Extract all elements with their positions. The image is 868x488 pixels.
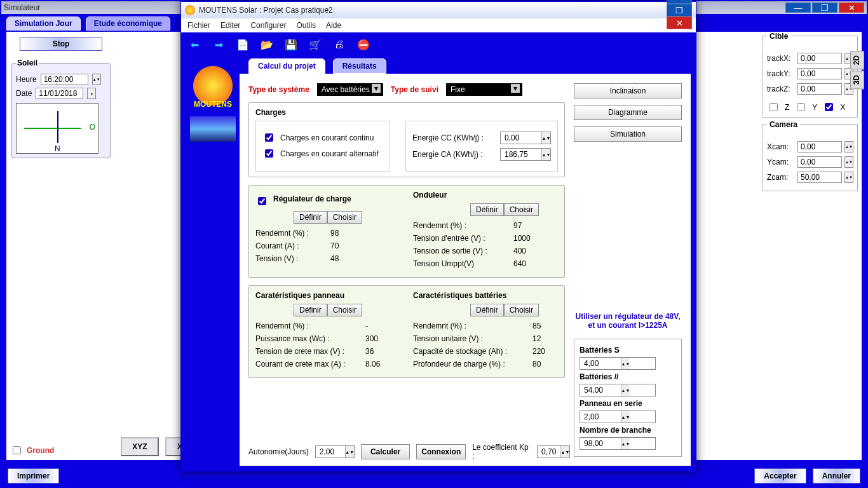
tab-3d[interactable]: 3D [850,71,864,89]
tab-etude-economique[interactable]: Etude économique [86,17,170,30]
batteries-choisir-button[interactable]: Choisir [504,304,539,316]
bat-vu-value: 12 [532,334,541,343]
simulation-button[interactable]: Simulation [574,126,682,142]
forward-icon[interactable]: ➡ [212,37,226,51]
bat-vu-label: Tension unitaire (V) : [413,334,527,343]
energie-cc-input[interactable] [501,132,541,144]
charges-cc-checkbox[interactable] [265,133,273,142]
tracky-input[interactable] [797,68,842,79]
onduleur-choisir-button[interactable]: Choisir [504,203,539,216]
ground-label: Ground [27,446,54,455]
moutens-maximize-button[interactable]: ❐ [667,4,692,17]
xyz-button[interactable]: XYZ [121,437,159,456]
diagramme-button[interactable]: Diagramme [574,105,682,120]
open-icon[interactable]: 📂 [260,37,274,51]
typesuivi-select[interactable]: Fixe [446,83,522,96]
ycam-input[interactable] [797,156,842,168]
menu-fichier[interactable]: Fichier [187,21,210,30]
tab-resultats[interactable]: Résultats [333,58,386,74]
energie-ca-label: Energie CA (KWh/j) : [412,150,495,159]
cfg-bs-input[interactable] [580,358,621,369]
cfg-bp-spinner[interactable]: ▲▼ [621,384,630,396]
cfg-ps-spinner[interactable]: ▲▼ [621,411,630,423]
thumbnail-preview[interactable] [190,116,236,142]
annuler-button[interactable]: Annuler [813,468,860,484]
accepter-button[interactable]: Accepter [754,468,806,484]
panneau-definir-button[interactable]: Définir [294,304,327,316]
zcam-spinner[interactable]: ▲▼ [844,172,853,183]
cfg-ps-input[interactable] [580,411,621,423]
menu-configurer[interactable]: Configurer [250,21,286,30]
zcam-input[interactable] [797,172,842,183]
date-dropdown[interactable]: ▾ [87,88,96,99]
axis-x-label: X [840,103,845,112]
typesuivi-label: Type de suivi [391,85,438,94]
cfg-bp-input[interactable] [580,384,621,396]
cfg-nb-input[interactable] [580,438,621,449]
panneau-choisir-button[interactable]: Choisir [327,304,362,316]
heure-spinner[interactable]: ▲▼ [92,74,101,85]
regulator-hint: Utiliser un régulateur de 48V, et un cou… [574,312,682,330]
calculer-button[interactable]: Calculer [361,444,410,459]
moutens-titlebar: MOUTENS Solar : Projet Cas pratique2 — ❐… [181,2,696,18]
connexion-button[interactable]: Connexion [416,444,466,459]
new-icon[interactable]: 📄 [236,37,250,51]
regulateur-checkbox[interactable] [258,197,266,205]
heure-input[interactable] [41,74,88,85]
print-icon[interactable]: 🖨 [332,37,346,51]
regulateur-choisir-button[interactable]: Choisir [327,211,362,224]
cfg-nb-label: Nombre de branche [580,426,676,435]
menu-outils[interactable]: Outils [296,21,316,30]
moutens-close-button[interactable]: ✕ [667,17,692,29]
onduleur-definir-button[interactable]: Définir [470,203,504,216]
save-icon[interactable]: 💾 [284,37,298,51]
charges-ca-checkbox[interactable] [265,149,273,158]
ycam-spinner[interactable]: ▲▼ [844,156,853,168]
menu-aide[interactable]: Aide [326,21,341,30]
bat-cap-label: Capacité de stockage (Ah) : [413,347,527,356]
cfg-bs-spinner[interactable]: ▲▼ [621,358,630,369]
back-icon[interactable]: ⬅ [187,37,201,51]
sim-maximize-button[interactable]: ❐ [812,3,837,13]
cfg-nb-spinner[interactable]: ▲▼ [621,438,630,449]
zcam-label: Zcam: [767,173,795,182]
trackx-input[interactable] [797,53,842,64]
energie-cc-spinner[interactable]: ▲▼ [541,132,550,144]
compass-n-label: N [55,144,60,153]
sim-close-button[interactable]: ✕ [839,3,864,13]
menu-editer[interactable]: Editer [220,21,240,30]
stop-button[interactable]: Stop [20,37,102,51]
trackz-input[interactable] [797,83,842,95]
energie-ca-spinner[interactable]: ▲▼ [541,149,550,160]
batteries-legend: Caractéristiques battéries [413,291,558,300]
coef-spinner[interactable]: ▲▼ [560,446,569,458]
xcam-spinner[interactable]: ▲▼ [844,141,853,152]
ground-checkbox[interactable] [13,446,21,454]
autonomie-input[interactable] [316,446,345,458]
imprimer-button[interactable]: Imprimer [8,468,59,484]
date-input[interactable] [36,88,83,99]
tab-simulation-jour[interactable]: Simulation Jour [6,17,81,30]
inclinaison-button[interactable]: Inclinaison [574,83,682,98]
bat-rend-value: 85 [532,322,541,330]
tab-2d[interactable]: 2D [850,51,864,69]
axis-x-checkbox[interactable] [825,103,833,111]
system-type-row: Type de système Avec battéries Type de s… [248,83,565,96]
regulateur-definir-button[interactable]: Définir [294,211,327,224]
ond-ts-value: 400 [513,247,526,255]
sim-minimize-button[interactable]: — [785,3,811,13]
batteries-definir-button[interactable]: Définir [470,304,504,316]
typesys-select[interactable]: Avec battéries [317,83,383,96]
tab-calcul-projet[interactable]: Calcul du projet [248,58,325,74]
autonomie-spinner[interactable]: ▲▼ [345,446,354,458]
energie-ca-input[interactable] [501,149,541,160]
xcam-input[interactable] [797,141,842,152]
cart-icon[interactable]: 🛒 [308,37,322,51]
axis-y-checkbox[interactable] [797,103,805,111]
pan-tcrete-label: Tension de crete max (V) : [255,347,360,356]
stop-icon[interactable]: ⛔ [356,37,370,51]
axis-z-checkbox[interactable] [770,103,778,111]
ond-tu-value: 640 [513,259,526,268]
coef-input[interactable] [538,446,560,458]
axis-z-label: Z [785,103,789,112]
